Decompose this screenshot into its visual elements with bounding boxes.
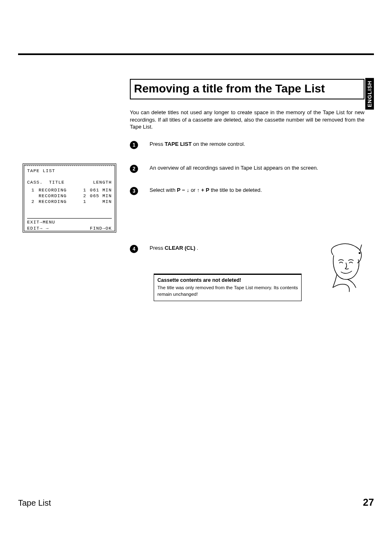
step-1: 1 Press TAPE LIST on the remote control. xyxy=(130,140,364,149)
text: on the remote control. xyxy=(193,141,245,147)
step-2-text: An overview of all recordings saved in T… xyxy=(150,164,320,172)
tape-list-screen: TAPE LIST CASS. TITLE LENGTH 1 RECORDING… xyxy=(23,164,116,233)
intro-paragraph: You can delete titles not used any longe… xyxy=(130,109,364,131)
note-title: Cassette contents are not deleted! xyxy=(157,277,298,283)
table-row: RECORDING 2 065 MIN xyxy=(27,193,112,199)
step-number-icon: 1 xyxy=(130,141,138,149)
cell-title: RECORDING xyxy=(35,193,77,199)
page-number: 27 xyxy=(363,497,374,508)
step-3: 3 Select with P − ↓ or ↑ + P the title t… xyxy=(130,187,364,195)
text: . xyxy=(197,245,198,251)
footer-section-name: Tape List xyxy=(18,498,51,508)
language-tab: ENGLISH xyxy=(365,78,374,110)
text: or xyxy=(191,187,197,193)
note-box: Cassette contents are not deleted! The t… xyxy=(154,274,302,301)
step-number-icon: 3 xyxy=(130,187,138,195)
cell-len: 061 MIN xyxy=(86,187,112,193)
table-row: 1 RECORDING 1 061 MIN xyxy=(27,187,112,193)
text: the title to be deleted. xyxy=(211,187,262,193)
step-2: 2 An overview of all recordings saved in… xyxy=(130,164,364,173)
p-label: P xyxy=(206,187,210,193)
cell-idx: 2 xyxy=(77,193,86,199)
person-illustration-icon xyxy=(325,242,366,296)
text: Press xyxy=(150,141,165,147)
step-3-text: Select with P − ↓ or ↑ + P the title to … xyxy=(150,187,320,194)
note-text: The title was only removed from the Tape… xyxy=(157,285,298,297)
cell-title: RECORDING xyxy=(35,187,77,193)
button-label: CLEAR (CL) xyxy=(165,245,195,251)
screen-title: TAPE LIST xyxy=(27,168,112,174)
horizontal-rule xyxy=(18,53,374,55)
section-title: Removing a title from the Tape List xyxy=(130,79,364,99)
up-arrow-icon: ↑ xyxy=(197,187,200,193)
col-length: LENGTH xyxy=(93,180,112,185)
col-title: TITLE xyxy=(49,180,65,185)
cell-cass: 2 xyxy=(27,199,35,205)
step-1-text: Press TAPE LIST on the remote control. xyxy=(150,140,364,148)
col-cass: CASS. xyxy=(27,180,43,185)
cell-len: 065 MIN xyxy=(86,193,112,199)
cell-cass: 1 xyxy=(27,187,35,193)
exit-label: EXIT→MENU xyxy=(27,220,55,225)
cell-len: MIN xyxy=(86,199,112,205)
step-number-icon: 2 xyxy=(130,165,138,173)
p-label: P xyxy=(177,187,180,193)
button-label: TAPE LIST xyxy=(165,141,191,147)
text: Press xyxy=(150,245,165,251)
table-row: 2 RECORDING 1 MIN xyxy=(27,199,112,205)
find-label: FIND→OK xyxy=(90,226,112,231)
edit-label: EDIT→ → xyxy=(27,226,49,231)
step-number-icon: 4 xyxy=(130,245,138,253)
cell-idx: 1 xyxy=(77,187,86,193)
svg-line-0 xyxy=(360,245,362,251)
svg-point-1 xyxy=(359,253,360,254)
page-footer: Tape List 27 xyxy=(18,497,374,508)
cell-title: RECORDING xyxy=(35,199,77,205)
cell-idx: 1 xyxy=(77,199,86,205)
plus-icon: + xyxy=(201,187,204,193)
cell-cass xyxy=(27,193,35,199)
down-arrow-icon: ↓ xyxy=(187,187,189,193)
minus-icon: − xyxy=(182,187,185,193)
text: Select with xyxy=(150,187,177,193)
